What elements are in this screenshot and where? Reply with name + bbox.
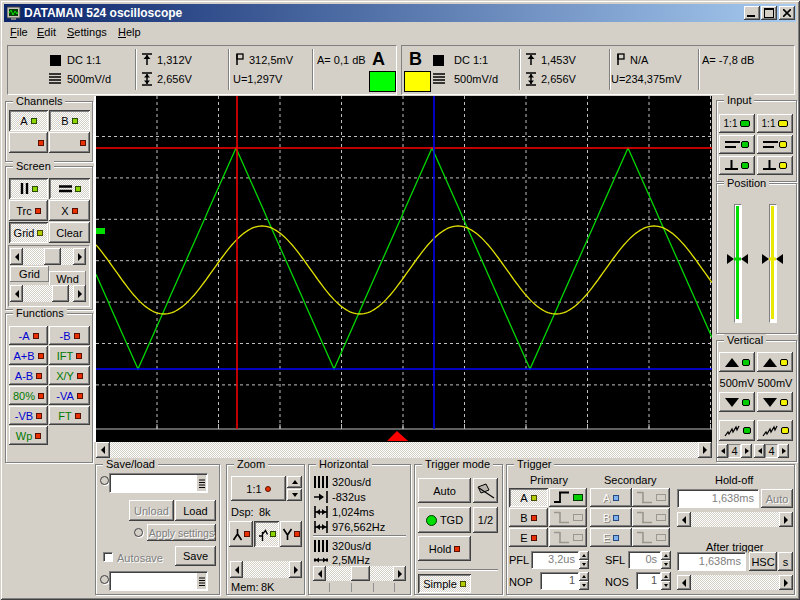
secondary-a-edge-button[interactable] — [632, 488, 670, 507]
primary-b-button[interactable]: B — [509, 508, 548, 527]
nos-input[interactable]: 1 — [636, 572, 661, 590]
vertical-b-spinner[interactable]: 4 — [754, 444, 789, 458]
vertical-b-down-button[interactable] — [757, 392, 793, 412]
vertical-b-noise-button[interactable] — [757, 420, 793, 441]
apply-settings-button[interactable]: Apply settings — [147, 524, 216, 541]
grid-button[interactable]: Grid — [9, 222, 48, 243]
position-b-handle[interactable] — [762, 254, 783, 265]
menu-edit[interactable]: Edit — [37, 23, 56, 42]
vertical-b-up-button[interactable] — [757, 352, 793, 372]
function-button-A-B[interactable]: A-B — [9, 366, 48, 385]
nos-spinner[interactable] — [661, 572, 671, 590]
unload-button[interactable]: Unload — [129, 500, 174, 521]
function-button-XY[interactable]: X/Y — [49, 366, 90, 385]
vertical-a-noise-button[interactable] — [719, 420, 755, 441]
menu-help[interactable]: Help — [118, 23, 141, 42]
secondary-b-button[interactable]: B — [590, 508, 632, 527]
channel-a2-button[interactable] — [9, 132, 48, 153]
wnd-scrollbar[interactable] — [10, 285, 86, 302]
save-button[interactable]: Save — [175, 546, 216, 566]
file-menu-button[interactable] — [197, 475, 206, 491]
file-menu-button[interactable] — [197, 573, 206, 589]
function-button--VB[interactable]: -VB — [9, 406, 48, 425]
primary-e-button[interactable]: E — [509, 528, 548, 547]
grid-intensity-thumb[interactable] — [44, 248, 61, 265]
app-icon[interactable] — [7, 6, 21, 20]
tab-wnd[interactable]: Wnd — [49, 271, 86, 286]
grid-intensity-scrollbar[interactable] — [10, 248, 86, 265]
zoom-ratio-button[interactable]: 1:1 — [231, 476, 286, 501]
holdoff-input[interactable]: 1,638ms — [677, 489, 759, 508]
function-button--A[interactable]: -A — [9, 326, 48, 345]
input-b-ratio-button[interactable]: 1:1 — [757, 114, 793, 133]
autosave-checkbox[interactable] — [103, 552, 113, 562]
function-button--B[interactable]: -B — [49, 326, 90, 345]
x-button[interactable]: X — [49, 200, 90, 221]
vertical-a-spinner[interactable]: 4 — [717, 444, 752, 458]
zoom-left-button[interactable] — [229, 521, 253, 547]
horizontal-scrollbar[interactable] — [313, 566, 406, 581]
zoom-spinner[interactable] — [287, 476, 302, 501]
seconds-button[interactable]: s — [778, 552, 793, 571]
tgd-button[interactable]: TGD — [418, 507, 471, 533]
function-button--VA[interactable]: -VA — [49, 386, 90, 405]
horizontal-thumb[interactable] — [351, 566, 370, 581]
zoom-center-button[interactable] — [254, 521, 279, 547]
clear-button[interactable]: Clear — [49, 222, 90, 243]
primary-e-edge-button[interactable] — [549, 528, 587, 547]
maximize-button[interactable] — [761, 6, 777, 20]
nop-spinner[interactable] — [579, 572, 589, 590]
primary-a-edge-button[interactable] — [549, 488, 587, 507]
input-a-coupling-button[interactable] — [719, 135, 755, 154]
secondary-e-edge-button[interactable] — [632, 528, 670, 547]
pfl-spinner[interactable] — [579, 551, 589, 569]
save-file-input[interactable] — [109, 571, 208, 591]
hsc-button[interactable]: HSC — [749, 552, 777, 571]
after-trigger-input[interactable]: 1,638ms — [677, 552, 746, 571]
wnd-thumb[interactable] — [52, 285, 69, 302]
load-button[interactable]: Load — [175, 500, 216, 521]
input-b-ground-button[interactable] — [757, 156, 793, 175]
sfl-spinner[interactable] — [661, 551, 671, 569]
zoom-right-button[interactable] — [280, 521, 302, 547]
holdoff-auto-button[interactable]: Auto — [761, 489, 793, 508]
pfl-input[interactable]: 3,2us — [531, 551, 579, 569]
function-button-A+B[interactable]: A+B — [9, 346, 48, 365]
half-button[interactable]: 1/2 — [473, 507, 498, 533]
secondary-e-button[interactable]: E — [590, 528, 632, 547]
vertical-a-down-button[interactable] — [719, 392, 755, 412]
auto-button[interactable]: Auto — [418, 478, 471, 503]
minimize-button[interactable] — [744, 6, 760, 20]
function-button-FT[interactable]: FT — [49, 406, 90, 425]
menu-file[interactable]: File — [10, 23, 28, 42]
hold-button[interactable]: Hold — [418, 536, 471, 561]
menu-settings[interactable]: Settings — [67, 23, 107, 42]
position-a-handle[interactable] — [727, 254, 748, 265]
nop-input[interactable]: 1 — [540, 572, 579, 590]
secondary-a-button[interactable]: A — [590, 488, 632, 507]
after-trigger-scrollbar[interactable] — [677, 575, 793, 590]
vertical-a-up-button[interactable] — [719, 352, 755, 372]
zoom-scrollbar[interactable] — [230, 561, 302, 578]
trace-button[interactable]: Trc — [9, 200, 48, 221]
function-button-IFT[interactable]: IFT — [49, 346, 90, 365]
input-a-ground-button[interactable] — [719, 156, 755, 175]
channel-a-button[interactable]: A — [9, 110, 48, 131]
input-b-coupling-button[interactable] — [757, 135, 793, 154]
channel-b-button[interactable]: B — [49, 110, 90, 131]
single-flag-button[interactable] — [473, 478, 498, 503]
scope-display[interactable] — [96, 96, 712, 442]
primary-a-button[interactable]: A — [509, 488, 548, 507]
function-button-Wp[interactable]: Wp — [9, 426, 48, 445]
simple-button[interactable]: Simple — [418, 574, 471, 593]
secondary-b-edge-button[interactable] — [632, 508, 670, 527]
sfl-input[interactable]: 0s — [628, 551, 661, 569]
channel-b2-button[interactable] — [49, 132, 90, 153]
pause-button[interactable] — [9, 178, 48, 199]
overlay-button[interactable] — [49, 178, 90, 199]
tab-grid[interactable]: Grid — [10, 266, 49, 282]
input-a-ratio-button[interactable]: 1:1 — [719, 114, 755, 133]
holdoff-scrollbar[interactable] — [677, 512, 793, 527]
function-button-80[interactable]: 80% — [9, 386, 48, 405]
close-button[interactable] — [779, 6, 795, 20]
